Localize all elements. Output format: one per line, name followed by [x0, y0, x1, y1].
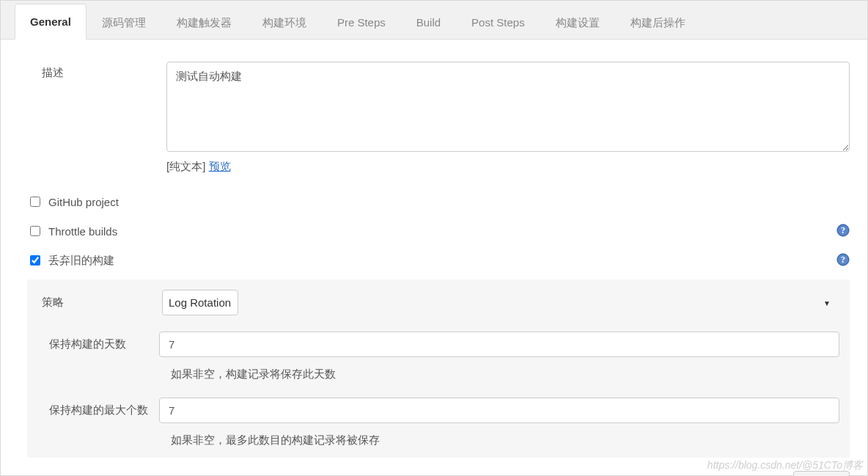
max-to-keep-hint: 如果非空，最多此数目的构建记录将被保存 [171, 433, 839, 447]
row-github-project: GitHub project [27, 191, 850, 213]
label-discard-old-builds: 丢弃旧的构建 [48, 254, 114, 268]
config-tabs: General 源码管理 构建触发器 构建环境 Pre Steps Build … [1, 1, 867, 40]
discard-old-builds-strategy-block: 策略 Log Rotation 保持构建的天数 如果非空，构建记录将保存此天数 … [27, 279, 850, 458]
row-throttle-builds: Throttle builds ? [27, 221, 850, 243]
svg-text:?: ? [841, 225, 845, 235]
description-preview-link[interactable]: 预览 [209, 160, 231, 172]
strategy-select[interactable]: Log Rotation [162, 290, 238, 315]
tab-scm[interactable]: 源码管理 [87, 4, 161, 40]
label-throttle-builds: Throttle builds [48, 225, 117, 238]
days-to-keep-hint: 如果非空，构建记录将保存此天数 [171, 367, 839, 381]
description-label: 描述 [27, 62, 166, 80]
checkbox-throttle-builds[interactable] [30, 226, 40, 236]
tab-general[interactable]: General [15, 4, 87, 40]
tab-build-settings[interactable]: 构建设置 [540, 4, 615, 40]
max-to-keep-input[interactable] [159, 398, 839, 423]
tab-pre-steps[interactable]: Pre Steps [322, 4, 401, 40]
description-format: [纯文本] [166, 160, 209, 172]
tab-build[interactable]: Build [401, 4, 456, 40]
max-to-keep-label: 保持构建的最大个数 [37, 403, 159, 417]
watermark-text: https://blog.csdn.net/@51CTo博客 [707, 459, 863, 472]
checkbox-github-project[interactable] [30, 197, 40, 207]
tab-triggers[interactable]: 构建触发器 [161, 4, 247, 40]
tab-environment[interactable]: 构建环境 [247, 4, 322, 40]
tab-post-steps[interactable]: Post Steps [456, 4, 540, 40]
svg-text:?: ? [841, 255, 845, 265]
strategy-label: 策略 [37, 296, 162, 310]
days-to-keep-input[interactable] [159, 332, 839, 357]
description-textarea[interactable] [166, 62, 850, 152]
help-icon[interactable]: ? [836, 224, 850, 237]
help-icon[interactable]: ? [836, 253, 850, 266]
checkbox-discard-old-builds[interactable] [30, 255, 40, 266]
days-to-keep-label: 保持构建的天数 [37, 337, 159, 351]
label-github-project: GitHub project [48, 196, 119, 208]
row-discard-old-builds: 丢弃旧的构建 ? [27, 250, 850, 272]
tab-post-build[interactable]: 构建后操作 [615, 4, 701, 40]
general-tab-content: 描述 [纯文本] 预览 GitHub project Throttle buil… [1, 40, 867, 475]
